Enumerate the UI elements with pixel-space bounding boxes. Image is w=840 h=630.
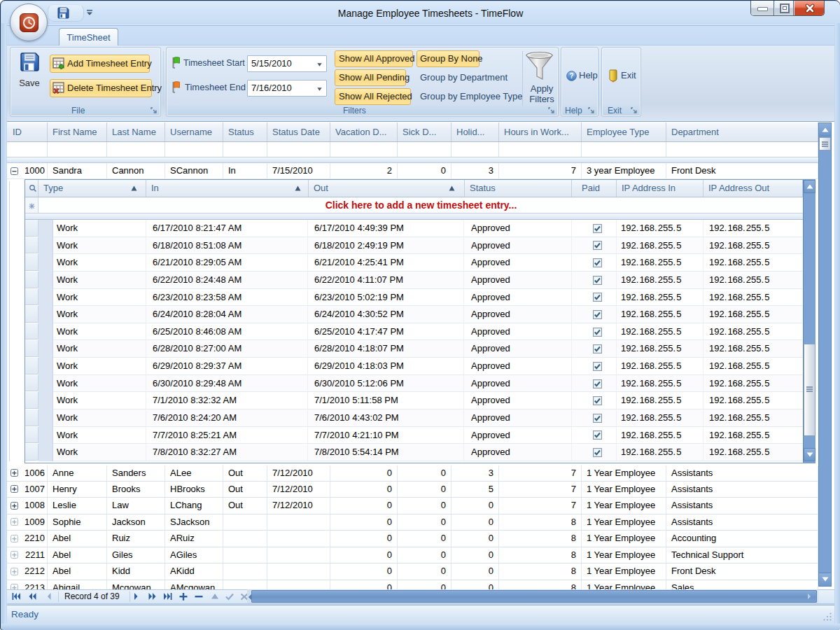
svg-text:?: ?	[569, 72, 573, 80]
